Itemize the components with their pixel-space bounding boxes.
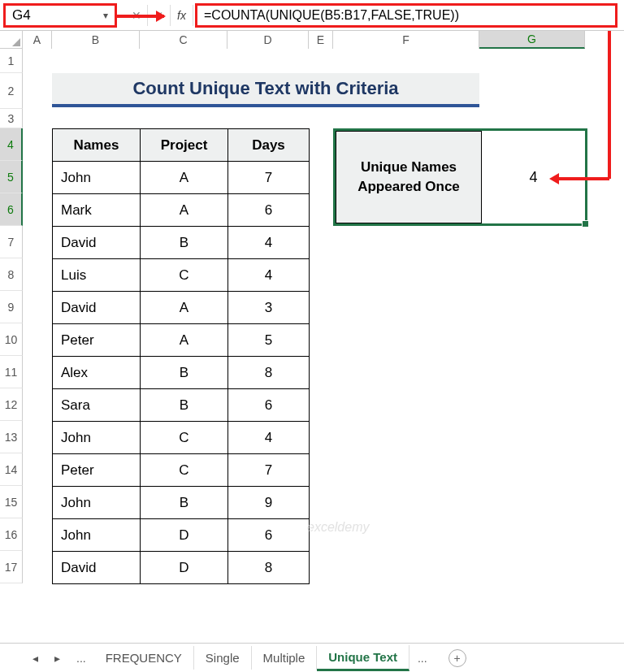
cell-days[interactable]: 7 xyxy=(228,454,310,487)
select-all-corner[interactable] xyxy=(0,31,23,49)
table-row[interactable]: DavidD8 xyxy=(53,552,310,584)
sheet-tabs: ◂ ▸ ... FREQUENCY Single Multiple Unique… xyxy=(0,643,624,672)
formula-text: =COUNTA(UNIQUE(B5:B17,FALSE,TRUE)) xyxy=(204,8,459,23)
cell-project[interactable]: D xyxy=(141,552,228,584)
cell-days[interactable]: 4 xyxy=(228,227,310,259)
annotation-arrow-horizontal xyxy=(559,177,609,180)
cell-days[interactable]: 4 xyxy=(228,259,310,292)
table-header-row: Names Project Days xyxy=(53,129,310,162)
row-header-15[interactable]: 15 xyxy=(0,486,23,518)
row-header-14[interactable]: 14 xyxy=(0,453,23,486)
row-header-13[interactable]: 13 xyxy=(0,421,23,453)
cell-name[interactable]: John xyxy=(53,487,141,519)
cell-days[interactable]: 9 xyxy=(228,487,310,519)
name-box[interactable]: G4 ▾ xyxy=(3,3,117,28)
col-header-C[interactable]: C xyxy=(140,31,228,49)
cell-project[interactable]: C xyxy=(141,259,228,292)
cell-name[interactable]: David xyxy=(53,552,141,584)
tab-frequency[interactable]: FREQUENCY xyxy=(94,646,194,670)
row-header-12[interactable]: 12 xyxy=(0,388,23,421)
col-header-B[interactable]: B xyxy=(52,31,140,49)
header-names: Names xyxy=(53,129,141,162)
cell-name[interactable]: David xyxy=(53,227,141,259)
table-row[interactable]: DavidA3 xyxy=(53,292,310,324)
cell-days[interactable]: 7 xyxy=(228,162,310,194)
table-row[interactable]: JohnC4 xyxy=(53,422,310,454)
row-header-2[interactable]: 2 xyxy=(0,73,23,109)
col-header-F[interactable]: F xyxy=(333,31,479,49)
cell-project[interactable]: B xyxy=(141,357,228,389)
cell-days[interactable]: 6 xyxy=(228,389,310,422)
col-header-A[interactable]: A xyxy=(23,31,52,49)
cell-project[interactable]: D xyxy=(141,519,228,552)
table-row[interactable]: DavidB4 xyxy=(53,227,310,259)
cell-project[interactable]: C xyxy=(141,422,228,454)
table-row[interactable]: SaraB6 xyxy=(53,389,310,422)
cell-name[interactable]: Peter xyxy=(53,324,141,357)
cell-days[interactable]: 3 xyxy=(228,292,310,324)
row-header-8[interactable]: 8 xyxy=(0,258,23,291)
cell-name[interactable]: David xyxy=(53,292,141,324)
col-header-G[interactable]: G xyxy=(479,31,585,49)
tab-nav-right-icon[interactable]: ▸ xyxy=(46,652,68,665)
cell-days[interactable]: 8 xyxy=(228,552,310,584)
row-header-7[interactable]: 7 xyxy=(0,226,23,258)
cell-days[interactable]: 6 xyxy=(228,519,310,552)
row-header-17[interactable]: 17 xyxy=(0,551,23,583)
row-header-1[interactable]: 1 xyxy=(0,49,23,73)
cell-name[interactable]: John xyxy=(53,519,141,552)
tabs-overflow-right[interactable]: ... xyxy=(410,652,436,665)
fx-icon[interactable]: fx xyxy=(171,5,193,26)
row-header-10[interactable]: 10 xyxy=(0,323,23,356)
table-row[interactable]: LuisC4 xyxy=(53,259,310,292)
cell-name[interactable]: Sara xyxy=(53,389,141,422)
tab-nav-left-icon[interactable]: ◂ xyxy=(24,652,46,665)
tab-multiple[interactable]: Multiple xyxy=(252,646,318,670)
table-row[interactable]: MarkA6 xyxy=(53,194,310,227)
fill-handle[interactable] xyxy=(582,220,589,228)
col-header-E[interactable]: E xyxy=(309,31,333,49)
header-project: Project xyxy=(141,129,228,162)
cell-name[interactable]: Peter xyxy=(53,454,141,487)
cell-project[interactable]: A xyxy=(141,292,228,324)
cell-project[interactable]: B xyxy=(141,487,228,519)
row-header-5[interactable]: 5 xyxy=(0,161,23,193)
cell-days[interactable]: 6 xyxy=(228,194,310,227)
cell-project[interactable]: A xyxy=(141,162,228,194)
table-row[interactable]: PeterA5 xyxy=(53,324,310,357)
cell-project[interactable]: A xyxy=(141,324,228,357)
row-header-16[interactable]: 16 xyxy=(0,518,23,551)
row-header-3[interactable]: 3 xyxy=(0,109,23,128)
cell-project[interactable]: B xyxy=(141,389,228,422)
grid-body[interactable]: Count Unique Text with Criteria Names Pr… xyxy=(23,49,624,73)
cell-name[interactable]: Luis xyxy=(53,259,141,292)
cell-days[interactable]: 8 xyxy=(228,357,310,389)
table-row[interactable]: JohnB9 xyxy=(53,487,310,519)
tab-unique-text[interactable]: Unique Text xyxy=(317,645,410,671)
table-row[interactable]: PeterC7 xyxy=(53,454,310,487)
formula-input[interactable]: =COUNTA(UNIQUE(B5:B17,FALSE,TRUE)) xyxy=(195,3,618,28)
cell-days[interactable]: 5 xyxy=(228,324,310,357)
table-row[interactable]: JohnD6 xyxy=(53,519,310,552)
cell-project[interactable]: B xyxy=(141,227,228,259)
row-header-11[interactable]: 11 xyxy=(0,356,23,388)
cell-name[interactable]: Mark xyxy=(53,194,141,227)
cell-project[interactable]: A xyxy=(141,194,228,227)
add-sheet-button[interactable]: + xyxy=(448,649,466,667)
row-header-4[interactable]: 4 xyxy=(0,128,23,161)
tabs-overflow-left[interactable]: ... xyxy=(68,652,94,665)
cell-name[interactable]: John xyxy=(53,162,141,194)
table-row[interactable]: AlexB8 xyxy=(53,357,310,389)
table-row[interactable]: JohnA7 xyxy=(53,162,310,194)
tab-single[interactable]: Single xyxy=(194,646,252,670)
cell-name[interactable]: Alex xyxy=(53,357,141,389)
chevron-down-icon[interactable]: ▾ xyxy=(103,10,108,21)
row-header-6[interactable]: 6 xyxy=(0,193,23,226)
data-table: Names Project Days JohnA7MarkA6DavidB4Lu… xyxy=(52,128,310,584)
row-header-9[interactable]: 9 xyxy=(0,291,23,323)
cell-days[interactable]: 4 xyxy=(228,422,310,454)
col-header-D[interactable]: D xyxy=(228,31,309,49)
cell-name[interactable]: John xyxy=(53,422,141,454)
spreadsheet: A B C D E F G 1 2 3 4 5 6 7 8 9 10 11 12… xyxy=(0,31,624,49)
cell-project[interactable]: C xyxy=(141,454,228,487)
